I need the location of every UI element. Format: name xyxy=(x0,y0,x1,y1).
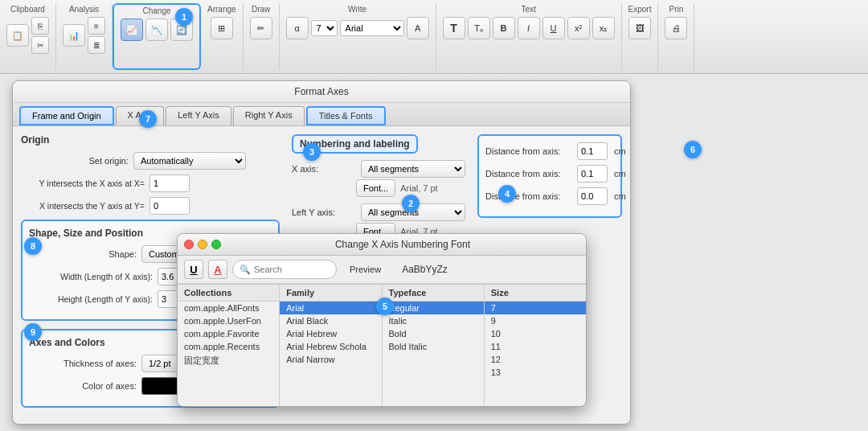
typeface-header: Typeface xyxy=(383,285,484,302)
change-chart-button[interactable]: 📈 xyxy=(121,18,143,41)
minimize-button[interactable] xyxy=(198,240,207,249)
text-bold[interactable]: B xyxy=(493,17,515,39)
typeface-regular[interactable]: Regular xyxy=(383,302,484,314)
origin-title: Origin xyxy=(21,134,280,146)
change-btn2[interactable]: 📉 xyxy=(145,18,168,41)
collection-item[interactable]: com.apple.AllFonts xyxy=(178,302,279,314)
print-button[interactable]: 🖨 xyxy=(665,17,687,39)
color-label: Color of axes: xyxy=(29,381,141,391)
badge-5: 5 xyxy=(376,298,394,315)
y-intersects-input[interactable] xyxy=(149,174,190,192)
toolbar-text-group: Text T Tₐ B I U x² x₂ xyxy=(436,3,622,70)
print-label: Prin xyxy=(669,5,684,14)
x-intersects-input[interactable] xyxy=(149,197,190,215)
collection-item[interactable]: com.apple.UserFon xyxy=(178,314,279,327)
format-axes-title: Format Axes xyxy=(13,81,630,103)
family-item-arial-hebrew[interactable]: Arial Hebrew xyxy=(280,327,381,340)
x-font-button[interactable]: Font... xyxy=(356,179,395,197)
paste-button[interactable]: 📋 xyxy=(6,24,29,47)
size-list: 7 9 10 11 12 13 xyxy=(485,302,586,406)
typeface-bold[interactable]: Bold xyxy=(383,327,484,340)
analysis-btn1[interactable]: ≡ xyxy=(88,17,105,35)
search-box: 🔍 xyxy=(232,260,337,279)
set-origin-label: Set origin: xyxy=(21,156,133,166)
badge-4: 4 xyxy=(498,185,516,203)
typeface-bold-italic[interactable]: Bold Italic xyxy=(383,340,484,353)
size-12[interactable]: 12 xyxy=(485,353,586,366)
font-size-select[interactable]: 7 xyxy=(311,20,338,36)
family-item-arial[interactable]: Arial xyxy=(280,302,381,314)
dist-input-2[interactable] xyxy=(577,187,608,205)
underline-format-btn[interactable]: U xyxy=(184,260,203,279)
dist-unit-0: cm xyxy=(614,146,626,156)
text-italic[interactable]: I xyxy=(518,17,540,39)
dialog-titlebar: Change X Axis Numbering Font xyxy=(178,234,586,256)
thickness-label: Thickness of axes: xyxy=(29,359,141,368)
badge-2: 2 xyxy=(402,195,420,212)
export-icons: 🖼 xyxy=(628,17,651,39)
typeface-italic[interactable]: Italic xyxy=(383,314,484,327)
size-9[interactable]: 9 xyxy=(485,314,586,327)
x-intersects-row: X intersects the Y axis at Y= xyxy=(21,197,280,215)
height-label: Height (Length of Y axis): xyxy=(29,294,158,304)
text-TA[interactable]: Tₐ xyxy=(468,17,490,39)
dist-unit-1: cm xyxy=(614,169,626,179)
tab-right-y-axis[interactable]: Right Y Axis xyxy=(233,106,305,125)
size-7[interactable]: 7 xyxy=(485,302,586,314)
size-13[interactable]: 13 xyxy=(485,366,586,379)
y-intersects-label: Y intersects the X axis at X= xyxy=(21,179,149,188)
analyze-button[interactable]: 📊 xyxy=(63,24,85,47)
dist-input-1[interactable] xyxy=(577,165,608,183)
collection-item[interactable]: 固定宽度 xyxy=(178,353,279,368)
write-color[interactable]: A xyxy=(407,17,429,39)
collection-item[interactable]: com.apple.Recents xyxy=(178,340,279,353)
zoom-button[interactable] xyxy=(211,240,221,249)
arrange-icons: ⊞ xyxy=(211,17,233,39)
analysis-btn2[interactable]: ≣ xyxy=(88,36,105,54)
collection-item[interactable]: com.apple.Favorite xyxy=(178,327,279,340)
write-alpha[interactable]: α xyxy=(286,17,309,39)
family-item-arial-narrow[interactable]: Arial Narrow xyxy=(280,353,381,366)
text-T[interactable]: T xyxy=(443,17,465,39)
search-input[interactable] xyxy=(254,265,330,274)
family-item-arial-black[interactable]: Arial Black xyxy=(280,314,381,327)
x-axis-select[interactable]: All segments xyxy=(361,160,465,178)
toolbar-clipboard-group: Clipboard 📋 ⎘ ✂ xyxy=(0,3,56,70)
dialog-format-toolbar: U A 🔍 Preview AaBbYyZz xyxy=(178,256,586,284)
badge-1: 1 xyxy=(175,8,193,26)
x-axis-label: X axis: xyxy=(292,164,356,174)
typeface-col: Typeface Regular Italic Bold Bold Italic xyxy=(383,285,485,406)
search-icon: 🔍 xyxy=(240,265,251,275)
set-origin-select[interactable]: Automatically xyxy=(133,152,246,170)
export-tiff[interactable]: 🖼 xyxy=(628,17,651,39)
tabs-bar: Frame and Origin X Axis Left Y Axis Righ… xyxy=(13,103,630,126)
tab-left-y-axis[interactable]: Left Y Axis xyxy=(166,106,231,125)
toolbar-analysis-group: Analysis 📊 ≡ ≣ xyxy=(56,3,113,70)
draw-label: Draw xyxy=(252,5,270,14)
text-sub[interactable]: x₂ xyxy=(592,17,615,39)
clipboard-label: Clipboard xyxy=(10,5,45,14)
preview-label: Preview xyxy=(350,265,381,274)
tab-frame-origin[interactable]: Frame and Origin xyxy=(19,106,114,125)
draw-button[interactable]: ✏ xyxy=(250,17,272,39)
font-dialog: Change X Axis Numbering Font U A 🔍 Previ… xyxy=(177,233,587,407)
text-underline[interactable]: U xyxy=(542,17,565,39)
size-11[interactable]: 11 xyxy=(485,340,586,353)
copy-button[interactable]: ⎘ xyxy=(31,17,49,35)
text-super[interactable]: x² xyxy=(567,17,590,39)
dist-input-0[interactable] xyxy=(577,142,608,160)
preview-sample: AaBbYyZz xyxy=(402,264,448,275)
family-item-arial-hebrew-scholz[interactable]: Arial Hebrew Schola xyxy=(280,340,381,353)
dist-label-0: Distance from axis: xyxy=(485,146,574,156)
close-button[interactable] xyxy=(184,240,194,249)
analysis-label: Analysis xyxy=(69,5,99,14)
size-header: Size xyxy=(485,285,586,302)
font-family-select[interactable]: Arial xyxy=(340,20,404,36)
dist-row-0: Distance from axis: cm xyxy=(485,142,614,160)
cut-button[interactable]: ✂ xyxy=(31,36,49,54)
family-list: Arial Arial Black Arial Hebrew Arial Heb… xyxy=(280,302,381,406)
tab-titles-fonts[interactable]: Titles & Fonts xyxy=(306,106,386,125)
color-format-btn[interactable]: A xyxy=(208,260,227,279)
size-10[interactable]: 10 xyxy=(485,327,586,340)
arrange-button[interactable]: ⊞ xyxy=(211,17,233,39)
